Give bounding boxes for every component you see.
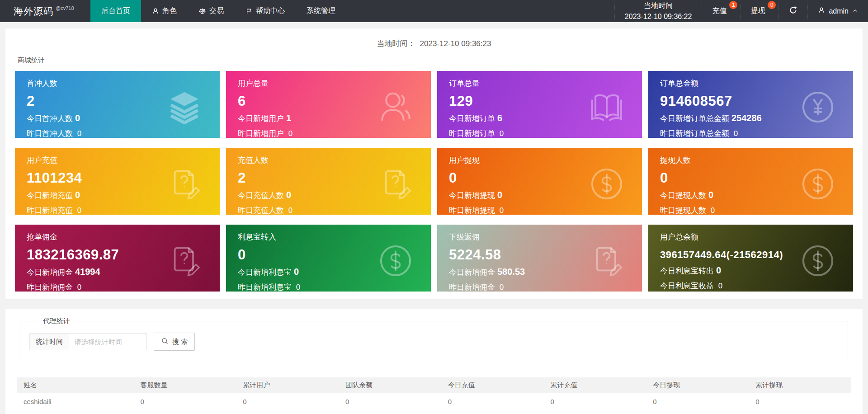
top-navbar: 海外源码 @cv718 后台首页 角色 交易 帮助中心 系统管理 当地时间 20… bbox=[0, 0, 868, 22]
recharge-nav-item[interactable]: 充值 1 bbox=[702, 0, 740, 22]
table-cell: 0 bbox=[236, 411, 339, 414]
stat-card-title: 提现人数 bbox=[660, 155, 841, 165]
stat-card-yesterday-line: 昨日新增订单总金额 0 bbox=[660, 128, 841, 138]
table-cell: 0 bbox=[236, 393, 339, 411]
chevron-up-icon bbox=[852, 7, 858, 15]
dollar-circle-icon bbox=[801, 244, 835, 278]
menu-item-label: 系统管理 bbox=[307, 6, 335, 16]
panel-local-time-value: 2023-12-10 09:36:23 bbox=[420, 39, 491, 48]
brand-name: 海外源码 bbox=[14, 5, 53, 18]
yen-circle-icon bbox=[801, 90, 835, 124]
user-menu[interactable]: admin bbox=[807, 0, 868, 22]
withdraw-nav-item[interactable]: 提现 0 bbox=[740, 0, 778, 22]
menu-item-label: 帮助中心 bbox=[256, 6, 285, 16]
brand-subtitle: @cv718 bbox=[56, 5, 74, 11]
stats-grid: 首冲人数 2 今日首冲人数0 昨日首冲人数 0 用户总量 6 今日新增用户1 昨… bbox=[15, 71, 853, 292]
table-cell: 0 bbox=[544, 393, 646, 411]
stat-card: 充值人数 2 今日充值人数0 昨日充值人数 0 bbox=[226, 148, 431, 215]
stat-card-yesterday-line: 昨日首冲人数 0 bbox=[27, 128, 208, 138]
stat-card-yesterday-line: 昨日新增用户 0 bbox=[238, 128, 419, 138]
table-cell: 0 bbox=[339, 411, 441, 414]
table-cell: 0 bbox=[133, 411, 236, 414]
table-row: qwe0010000000 bbox=[17, 411, 851, 414]
layers-icon bbox=[167, 90, 202, 124]
main-menu: 后台首页 角色 交易 帮助中心 系统管理 bbox=[90, 0, 346, 22]
stat-card: 用户提现 0 今日新增提现0 昨日新增提现 0 bbox=[437, 148, 642, 215]
table-cell: 0 bbox=[133, 393, 236, 411]
doc-edit-icon bbox=[590, 244, 624, 278]
column-header: 累计提现 bbox=[749, 377, 851, 393]
stat-card-yesterday-line: 昨日提现人数 0 bbox=[660, 205, 841, 215]
doc-edit-icon bbox=[167, 244, 202, 278]
dollar-circle-icon bbox=[378, 244, 413, 278]
stat-card-yesterday-line: 昨日新增充值 0 bbox=[27, 205, 208, 215]
withdraw-label: 提现 bbox=[750, 6, 765, 16]
stat-card: 订单总量 129 今日新增订单6 昨日新增订单 0 bbox=[437, 71, 642, 138]
stat-card-title: 用户提现 bbox=[449, 155, 630, 165]
column-header: 今日提现 bbox=[646, 377, 749, 393]
refresh-icon bbox=[789, 6, 797, 16]
agent-table-head-row: 姓名客服数量累计用户团队余额今日充值累计充值今日提现累计提现 bbox=[17, 377, 851, 393]
menu-item-dashboard[interactable]: 后台首页 bbox=[90, 0, 141, 22]
stat-card-title: 充值人数 bbox=[238, 155, 419, 165]
stat-card-yesterday-line: 昨日新增佣金 0 bbox=[449, 282, 630, 292]
dollar-circle-icon bbox=[801, 167, 835, 201]
menu-item-help-center[interactable]: 帮助中心 bbox=[235, 0, 296, 22]
menu-item-label: 后台首页 bbox=[101, 6, 130, 16]
stat-card-yesterday-line: 昨日充值人数 0 bbox=[238, 205, 419, 215]
stat-card: 提现人数 0 今日提现人数0 昨日提现人数 0 bbox=[648, 148, 853, 215]
table-cell: 0 bbox=[441, 411, 544, 414]
stat-card: 利息宝转入 0 今日新增利息宝0 昨日新增利息宝 0 bbox=[226, 225, 431, 292]
stat-card: 订单总金额 914608567 今日新增订单总金额254286 昨日新增订单总金… bbox=[648, 71, 853, 138]
withdraw-badge: 0 bbox=[768, 1, 776, 9]
stats-panel: 当地时间：2023-12-10 09:36:23 商城统计 首冲人数 2 今日首… bbox=[5, 28, 863, 299]
table-cell: 0 bbox=[749, 393, 851, 411]
section-title-shop-stats: 商城统计 bbox=[18, 56, 853, 65]
panel-local-time: 当地时间：2023-12-10 09:36:23 bbox=[15, 38, 853, 49]
table-cell: ceshidaili bbox=[17, 393, 133, 411]
stat-card-title: 用户总量 bbox=[238, 78, 419, 89]
panel-local-time-label: 当地时间： bbox=[377, 39, 415, 48]
stat-card: 抢单佣金 183216369.87 今日新增佣金41994 昨日新增佣金 0 bbox=[15, 225, 220, 292]
menu-item-trade[interactable]: 交易 bbox=[188, 0, 235, 22]
stat-card-title: 首冲人数 bbox=[27, 78, 208, 89]
column-header: 姓名 bbox=[17, 377, 133, 393]
doc-edit-icon bbox=[167, 167, 202, 201]
stat-time-input[interactable] bbox=[69, 333, 147, 350]
agent-table-body: ceshidaili0000000qwe00100000001237770000… bbox=[17, 393, 851, 414]
stat-card-title: 订单总量 bbox=[449, 78, 630, 89]
menu-item-roles[interactable]: 角色 bbox=[141, 0, 188, 22]
username: admin bbox=[829, 7, 849, 15]
menu-item-label: 交易 bbox=[209, 6, 224, 16]
column-header: 累计充值 bbox=[544, 377, 646, 393]
stat-card-title: 抢单佣金 bbox=[27, 232, 208, 242]
local-time-label: 当地时间 bbox=[644, 0, 673, 11]
recharge-label: 充值 bbox=[712, 6, 726, 16]
column-header: 累计用户 bbox=[236, 377, 339, 393]
brand-logo[interactable]: 海外源码 @cv718 bbox=[0, 0, 90, 22]
column-header: 客服数量 bbox=[133, 377, 236, 393]
local-time-value: 2023-12-10 09:36:22 bbox=[625, 11, 692, 22]
column-header: 团队余额 bbox=[339, 377, 441, 393]
table-cell: 0 bbox=[544, 411, 646, 414]
refresh-button[interactable] bbox=[778, 0, 807, 22]
user-icon bbox=[818, 7, 825, 16]
table-cell: 0 bbox=[646, 411, 749, 414]
flag-icon bbox=[245, 8, 253, 15]
dollar-circle-icon bbox=[590, 167, 624, 201]
stat-card-yesterday-line: 昨日新增订单 0 bbox=[449, 128, 630, 138]
search-button[interactable]: 搜 索 bbox=[154, 333, 195, 351]
user-icon bbox=[152, 8, 159, 15]
stat-card: 用户总余额 396157449.64(-21562914) 今日利息宝转出0 今… bbox=[648, 225, 853, 292]
stat-card: 用户总量 6 今日新增用户1 昨日新增用户 0 bbox=[226, 71, 431, 138]
table-cell: 0 bbox=[646, 393, 749, 411]
stat-card-title: 利息宝转入 bbox=[238, 232, 419, 242]
search-icon bbox=[161, 337, 169, 346]
stat-card: 用户充值 1101234 今日新增充值0 昨日新增充值 0 bbox=[15, 148, 220, 215]
table-cell: 0 bbox=[441, 393, 544, 411]
stat-card-yesterday-line: 今日利息宝收益 0 bbox=[660, 281, 841, 291]
stat-card-title: 下级返佣 bbox=[449, 232, 630, 242]
menu-item-system[interactable]: 系统管理 bbox=[296, 0, 346, 22]
agent-table: 姓名客服数量累计用户团队余额今日充值累计充值今日提现累计提现 ceshidail… bbox=[17, 377, 851, 414]
search-button-label: 搜 索 bbox=[172, 338, 188, 346]
